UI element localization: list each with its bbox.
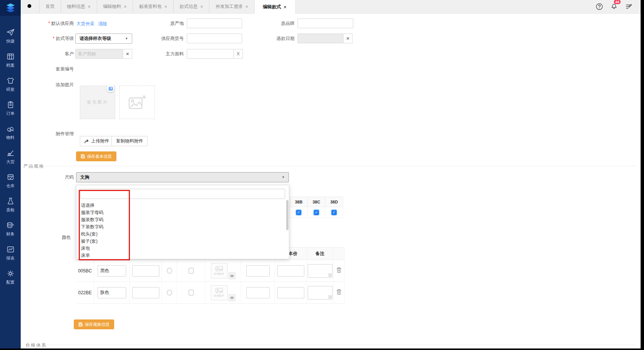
save-spec-info-button[interactable]: 保存规格信息 (74, 319, 114, 329)
dropdown-scrollbar[interactable] (286, 200, 288, 230)
sidebar-item-materials[interactable]: 物料 (0, 121, 21, 145)
sewing-machine-icon (6, 149, 15, 157)
color-extra-input[interactable] (132, 287, 159, 298)
upload-attachment-button[interactable]: 上传附件 (80, 136, 114, 146)
row-add-image-button[interactable]: 添加图片 (211, 285, 227, 300)
upload-arrow-icon (84, 139, 89, 144)
color-name-input[interactable] (98, 265, 126, 277)
size-checkbox-checked[interactable]: ✓ (331, 210, 337, 215)
dropdown-option[interactable]: 床单 (76, 252, 289, 259)
search-button[interactable] (21, 0, 40, 13)
clipboard-icon (6, 101, 15, 109)
sidebar-item-settings[interactable]: 配置 (0, 265, 21, 289)
supplier-value-link[interactable]: 大货外采 (76, 21, 95, 26)
sidebar-item-bulk[interactable]: 大货 (0, 145, 21, 169)
dropdown-option[interactable]: 下装数字码 (76, 223, 289, 231)
tab-style-info[interactable]: 款式信息× (174, 0, 210, 13)
size-checkbox-checked[interactable]: ✓ (296, 210, 301, 215)
close-tab-icon[interactable]: × (200, 4, 203, 9)
size-type-dropdown: 请选择 服装字母码 服装数字码 下装数字码 枕头(套) 被子(套) 床包 床单 (76, 185, 289, 259)
color-checkbox[interactable] (189, 268, 194, 274)
tab-edit-material[interactable]: 编辑物料× (97, 0, 133, 13)
sidebar-item-finance[interactable]: 财务 (0, 217, 21, 241)
customer-input[interactable] (75, 49, 123, 59)
dropdown-search-input[interactable] (80, 189, 285, 199)
sidebar-item-orders[interactable]: 订单 (0, 96, 21, 121)
tab-home[interactable]: 首页 (40, 0, 61, 13)
help-icon[interactable] (596, 3, 603, 10)
style-grade-select[interactable]: 请选择样衣等级 ▼ (75, 34, 132, 44)
app-logo[interactable] (0, 0, 21, 16)
dropdown-option[interactable]: 服装数字码 (76, 216, 289, 223)
size-col-header: 38B (290, 197, 308, 207)
supplier-clear-link[interactable]: 清除 (98, 21, 107, 26)
dropdown-option[interactable]: 枕头(套) (76, 231, 289, 238)
close-tab-icon[interactable]: × (124, 4, 127, 9)
dropdown-option[interactable]: 服装字母码 (76, 209, 289, 216)
delete-row-button[interactable] (336, 289, 342, 296)
dropdown-option[interactable]: 床包 (76, 245, 289, 252)
save-icon (81, 154, 85, 159)
select-date-clear-button[interactable]: ✕ (343, 34, 353, 43)
image-action-badge[interactable] (107, 84, 114, 92)
sidebar-item-label: 质检 (6, 207, 15, 213)
tab-standard-package[interactable]: 标准资料包× (133, 0, 174, 13)
close-tab-icon[interactable]: × (245, 4, 248, 9)
preview-image-button[interactable] (229, 294, 235, 301)
compose-list-icon[interactable] (625, 3, 632, 10)
dropdown-option[interactable]: 请选择 (76, 202, 289, 209)
close-tab-icon[interactable]: × (164, 4, 167, 9)
supplier-no-label: 供应商货号 (143, 34, 184, 43)
cost-price-input[interactable] (277, 287, 304, 298)
screen-right-edge (641, 0, 644, 350)
sidebar-item-shortcut[interactable]: 快捷 (0, 24, 21, 48)
dropdown-option[interactable]: 被子(套) (76, 238, 289, 245)
tab-material-info[interactable]: 物料信息× (61, 0, 97, 13)
row-add-image-text: 添加图片 (214, 272, 224, 276)
tab-outsourcing[interactable]: 外发加工需求× (209, 0, 255, 13)
eye-icon (230, 274, 234, 278)
row-add-image-button[interactable]: 添加图片 (211, 263, 227, 278)
sidebar-item-reports[interactable]: 报表 (0, 241, 21, 265)
main-color-radio[interactable] (167, 290, 172, 295)
dropdown-option-list: 请选择 服装字母码 服装数字码 下装数字码 枕头(套) 被子(套) 床包 床单 (76, 202, 289, 259)
customer-clear-button[interactable]: ✕ (123, 49, 132, 59)
size-type-select[interactable]: 文胸 ▼ (76, 172, 289, 182)
close-tab-icon[interactable]: × (88, 4, 91, 9)
sidebar-item-qc[interactable]: 质检 (0, 193, 21, 217)
main-fabric-clear-button[interactable]: X (234, 49, 243, 59)
sidebar-item-archive[interactable]: 档案 (0, 48, 21, 72)
color-name-input[interactable] (98, 287, 126, 298)
price-section-title: 价格体系 (26, 342, 47, 348)
sidebar-item-rd[interactable]: 研发 (0, 72, 21, 96)
origin-input[interactable] (187, 18, 242, 28)
tab-edit-style[interactable]: 编辑款式× (255, 0, 295, 14)
sidebar-item-warehouse[interactable]: 仓库 (0, 169, 21, 193)
remark-textarea[interactable] (308, 264, 333, 278)
color-extra-input[interactable] (132, 265, 159, 277)
cost-price-input[interactable] (277, 265, 304, 277)
brand-input[interactable] (298, 18, 353, 28)
app-window: 快捷 档案 研发 订单 物料 大货 (0, 0, 644, 350)
origin-label: 原产地 (143, 18, 184, 28)
main-fabric-input[interactable] (187, 49, 234, 59)
delete-row-button[interactable] (336, 267, 342, 274)
notifications-button[interactable]: 44 (610, 2, 618, 11)
main-color-radio[interactable] (167, 268, 172, 274)
add-image-dropzone[interactable] (119, 86, 155, 119)
supplier-no-input[interactable] (187, 34, 242, 43)
size-checkbox-checked[interactable]: ✓ (314, 210, 319, 215)
style-image-box[interactable]: 暂无图片 (80, 86, 115, 119)
color-checkbox[interactable] (189, 290, 194, 295)
preview-image-button[interactable] (229, 272, 235, 279)
close-tab-icon[interactable]: × (284, 5, 287, 9)
trash-icon (336, 289, 342, 295)
copy-material-attachment-button[interactable]: 复制物料附件 (111, 136, 148, 146)
price-input[interactable] (246, 265, 270, 277)
eye-icon (230, 296, 234, 300)
select-date-input[interactable] (298, 34, 343, 43)
sidebar-item-label: 大货 (6, 159, 15, 165)
price-input[interactable] (246, 287, 270, 298)
remark-textarea[interactable] (308, 286, 333, 300)
save-basic-info-button[interactable]: 保存基本信息 (76, 151, 116, 161)
